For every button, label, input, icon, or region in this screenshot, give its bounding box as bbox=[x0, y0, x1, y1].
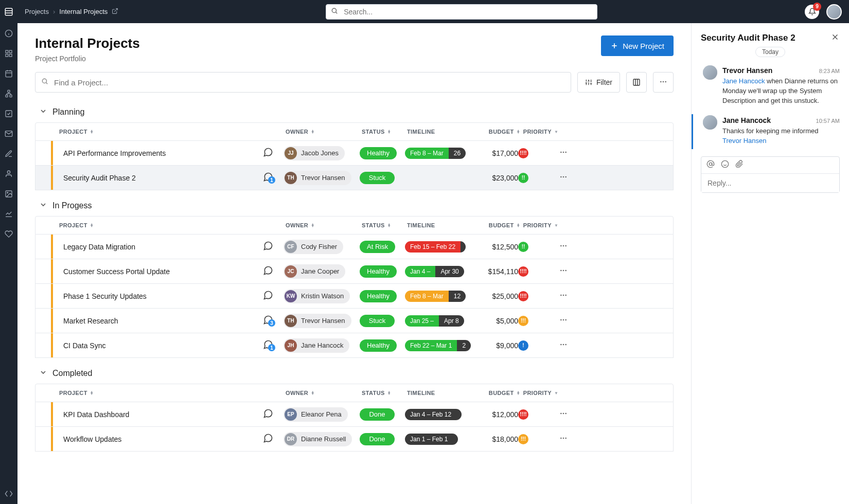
nav-calendar-icon[interactable] bbox=[5, 63, 13, 83]
row-more-icon[interactable] bbox=[559, 317, 568, 326]
table-row[interactable]: API Performance Improvements JJJacob Jon… bbox=[35, 141, 674, 166]
owner-pill[interactable]: JCJane Cooper bbox=[284, 264, 345, 279]
timeline-pill[interactable]: Feb 8 – Mar26 bbox=[405, 148, 466, 159]
notifications-button[interactable]: 9 bbox=[805, 5, 819, 19]
column-owner[interactable]: OWNER ▲▼ bbox=[286, 129, 362, 135]
column-project[interactable]: PROJECT ▲▼ bbox=[59, 129, 265, 135]
row-more-icon[interactable] bbox=[559, 268, 568, 276]
filter-button[interactable]: Filter bbox=[577, 72, 620, 93]
timeline-pill[interactable]: Feb 22 – Mar 12 bbox=[405, 340, 471, 351]
nav-heart-icon[interactable] bbox=[5, 224, 13, 244]
sort-icon[interactable]: ▲▼ bbox=[90, 130, 94, 134]
owner-pill[interactable]: JJJacob Jones bbox=[284, 146, 345, 160]
status-pill[interactable]: Healthy bbox=[360, 147, 397, 159]
app-logo[interactable] bbox=[0, 0, 17, 23]
nav-user-icon[interactable] bbox=[5, 164, 13, 184]
owner-pill[interactable]: DRDianne Russell bbox=[284, 432, 352, 446]
row-more-icon[interactable] bbox=[559, 411, 568, 419]
column-budget[interactable]: BUDGET ▲▼ bbox=[479, 390, 520, 396]
comment-icon[interactable]: 1 bbox=[263, 172, 273, 182]
status-pill[interactable]: Stuck bbox=[360, 172, 395, 184]
owner-pill[interactable]: THTrevor Hansen bbox=[284, 171, 351, 185]
status-pill[interactable]: Done bbox=[360, 433, 395, 445]
table-row[interactable]: Workflow Updates DRDianne Russell Done J… bbox=[35, 427, 674, 452]
mention-icon[interactable] bbox=[706, 160, 715, 170]
section-toggle[interactable]: Planning bbox=[35, 104, 674, 122]
owner-pill[interactable]: EPEleanor Pena bbox=[284, 407, 348, 422]
more-menu-button[interactable] bbox=[653, 72, 674, 93]
table-row[interactable]: Phase 1 Security Updates KWKristin Watso… bbox=[35, 284, 674, 309]
table-row[interactable]: CI Data Sync 1 JHJane Hancock Healthy Fe… bbox=[35, 333, 674, 358]
timeline-pill[interactable]: Jan 4 – Apr 30 bbox=[405, 266, 464, 277]
column-priority[interactable]: PRIORITY ▼ bbox=[520, 390, 561, 396]
sort-icon[interactable]: ▲▼ bbox=[517, 130, 520, 134]
owner-pill[interactable]: KWKristin Watson bbox=[284, 289, 350, 303]
row-more-icon[interactable] bbox=[559, 243, 568, 251]
columns-button[interactable] bbox=[626, 72, 647, 93]
external-link-icon[interactable] bbox=[112, 8, 118, 16]
timeline-pill[interactable]: Feb 15 – Feb 22 bbox=[405, 241, 466, 253]
sort-icon[interactable]: ▲▼ bbox=[517, 391, 520, 395]
column-status[interactable]: STATUS ▲▼ bbox=[362, 222, 407, 228]
column-priority[interactable]: PRIORITY ▼ bbox=[520, 222, 561, 228]
column-status[interactable]: STATUS ▲▼ bbox=[362, 390, 407, 396]
priority-badge[interactable]: !!!! bbox=[518, 266, 528, 277]
priority-badge[interactable]: !!!! bbox=[518, 409, 528, 420]
column-project[interactable]: PROJECT ▲▼ bbox=[59, 222, 265, 228]
section-toggle[interactable]: Completed bbox=[35, 365, 674, 384]
table-row[interactable]: Legacy Data Migration CFCody Fisher At R… bbox=[35, 235, 674, 259]
sort-icon[interactable]: ▲▼ bbox=[387, 130, 391, 134]
priority-badge[interactable]: !!! bbox=[518, 316, 528, 326]
row-more-icon[interactable] bbox=[559, 150, 568, 158]
status-pill[interactable]: Healthy bbox=[360, 290, 397, 302]
nav-grid-icon[interactable] bbox=[5, 43, 13, 63]
user-avatar[interactable] bbox=[826, 4, 842, 20]
column-status[interactable]: STATUS ▲▼ bbox=[362, 129, 407, 135]
timeline-pill[interactable]: Feb 8 – Mar12 bbox=[405, 291, 466, 302]
table-row[interactable]: Customer Success Portal Update JCJane Co… bbox=[35, 259, 674, 284]
column-timeline[interactable]: TIMELINE bbox=[407, 222, 479, 228]
comment-icon[interactable] bbox=[263, 265, 273, 276]
message[interactable]: Jane Hancock10:57 AM Thanks for keeping … bbox=[701, 112, 840, 152]
row-more-icon[interactable] bbox=[559, 436, 568, 444]
timeline-pill[interactable]: Jan 4 – Feb 12 bbox=[405, 409, 462, 420]
column-timeline[interactable]: TIMELINE bbox=[407, 390, 479, 396]
column-priority[interactable]: PRIORITY ▼ bbox=[520, 129, 561, 135]
sort-icon[interactable]: ▲▼ bbox=[90, 223, 94, 227]
breadcrumb-current[interactable]: Internal Projects bbox=[59, 8, 108, 15]
row-more-icon[interactable] bbox=[559, 174, 568, 183]
new-project-button[interactable]: New Project bbox=[601, 35, 674, 56]
nav-edit-icon[interactable] bbox=[5, 143, 13, 164]
attachment-icon[interactable] bbox=[735, 160, 744, 170]
comment-icon[interactable] bbox=[263, 408, 273, 419]
nav-info-icon[interactable] bbox=[5, 23, 13, 43]
comment-icon[interactable] bbox=[263, 147, 273, 157]
column-owner[interactable]: OWNER ▲▼ bbox=[286, 390, 362, 396]
owner-pill[interactable]: CFCody Fisher bbox=[284, 240, 343, 254]
global-search-input[interactable] bbox=[326, 4, 597, 20]
comment-icon[interactable] bbox=[263, 433, 273, 443]
timeline-pill[interactable]: Jan 25 – Apr 8 bbox=[405, 315, 464, 327]
status-pill[interactable]: Done bbox=[360, 408, 395, 421]
status-pill[interactable]: Healthy bbox=[360, 339, 397, 352]
timeline-pill[interactable]: Jan 1 – Feb 1 bbox=[405, 434, 458, 445]
reply-input[interactable] bbox=[701, 174, 839, 192]
comment-icon[interactable]: 1 bbox=[263, 339, 273, 350]
priority-badge[interactable]: !!!! bbox=[518, 148, 528, 158]
column-budget[interactable]: BUDGET ▲▼ bbox=[479, 129, 520, 135]
column-timeline[interactable]: TIMELINE bbox=[407, 129, 479, 135]
emoji-icon[interactable] bbox=[721, 160, 729, 170]
sort-icon[interactable]: ▲▼ bbox=[311, 130, 314, 134]
status-pill[interactable]: Stuck bbox=[360, 315, 395, 327]
nav-mail-icon[interactable] bbox=[5, 123, 13, 143]
close-button[interactable] bbox=[830, 32, 840, 44]
priority-badge[interactable]: !!!! bbox=[518, 291, 528, 301]
owner-pill[interactable]: JHJane Hancock bbox=[284, 338, 349, 353]
table-row[interactable]: Security Audit Phase 2 1 THTrevor Hansen… bbox=[35, 166, 674, 190]
mention-link[interactable]: Jane Hancock bbox=[722, 77, 765, 85]
collapse-sidebar-icon[interactable] bbox=[5, 483, 13, 504]
message[interactable]: Trevor Hansen8:23 AM Jane Hancock when D… bbox=[701, 62, 840, 112]
sort-icon[interactable]: ▲▼ bbox=[311, 391, 314, 395]
sort-icon[interactable]: ▲▼ bbox=[517, 223, 520, 227]
comment-icon[interactable]: 3 bbox=[263, 315, 273, 325]
